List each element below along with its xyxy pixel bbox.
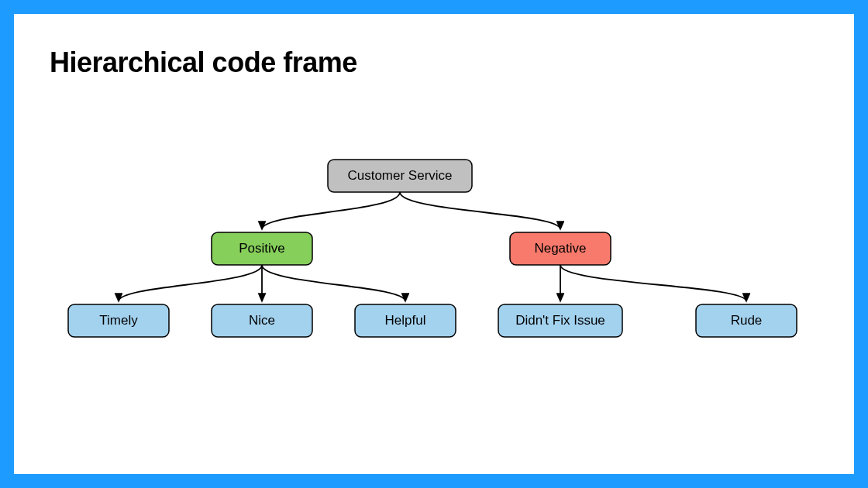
node-label-negative: Negative: [534, 241, 586, 256]
node-didntfix: Didn't Fix Issue: [498, 304, 622, 337]
node-helpful: Helpful: [355, 304, 456, 337]
node-negative: Negative: [510, 232, 611, 265]
edge-positive-to-timely: [119, 265, 262, 301]
node-timely: Timely: [68, 304, 169, 337]
edge-root-to-negative: [400, 192, 560, 229]
node-root: Customer Service: [328, 160, 472, 192]
node-rude: Rude: [696, 304, 797, 337]
hierarchy-diagram: Customer ServicePositiveNegativeTimelyNi…: [14, 14, 854, 474]
node-label-root: Customer Service: [347, 168, 452, 183]
node-label-positive: Positive: [239, 241, 285, 256]
node-label-didntfix: Didn't Fix Issue: [515, 313, 605, 328]
node-label-rude: Rude: [731, 313, 763, 328]
node-label-helpful: Helpful: [385, 313, 426, 328]
node-positive: Positive: [212, 232, 312, 265]
edge-root-to-positive: [262, 192, 400, 229]
node-label-nice: Nice: [249, 313, 275, 328]
edge-positive-to-helpful: [262, 265, 405, 301]
node-label-timely: Timely: [99, 313, 138, 328]
slide-canvas: Hierarchical code frame Customer Service…: [14, 14, 854, 474]
edge-negative-to-rude: [560, 265, 746, 301]
node-nice: Nice: [212, 304, 312, 337]
